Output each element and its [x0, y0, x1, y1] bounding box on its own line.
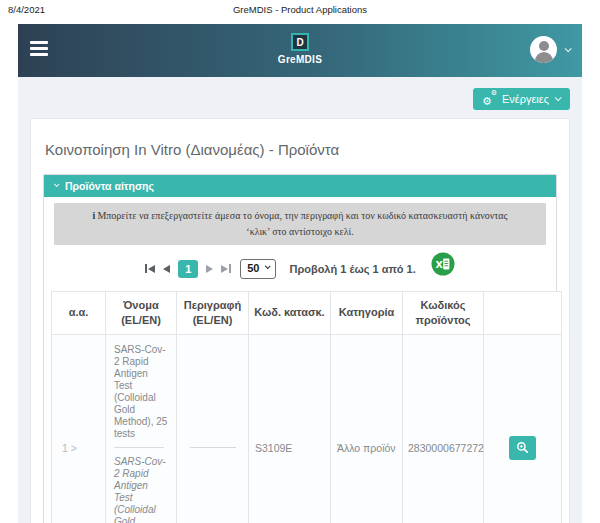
- header-product-code: Κωδικός προϊόντος: [403, 292, 484, 335]
- app-window: D GreMDIS ⚙⚙ Ενέργειες Κοινοποίηση In Vi…: [18, 24, 582, 523]
- table-row: 1 > SARS-Cov-2 Rapid Antigen Test (Collo…: [52, 334, 562, 523]
- table-header-row: α.α. Όνομα (EL/EN) Περιγραφή (EL/EN) Κωδ…: [52, 292, 562, 335]
- main-content: ⚙⚙ Ενέργειες Κοινοποίηση In Vitro (Διανο…: [18, 77, 582, 523]
- products-table: α.α. Όνομα (EL/EN) Περιγραφή (EL/EN) Κωδ…: [51, 291, 562, 523]
- actions-button-label: Ενέργειες: [502, 93, 549, 105]
- row-category-cell: Άλλο προϊόν: [331, 334, 403, 523]
- header-actions: [484, 292, 562, 335]
- row-manufacturer-code-cell[interactable]: S3109E: [249, 334, 331, 523]
- next-page-button[interactable]: [206, 265, 213, 273]
- panel-title: Προϊόντα αίτησης: [65, 180, 154, 192]
- previous-page-button[interactable]: [163, 265, 170, 273]
- svg-text:X: X: [435, 259, 443, 270]
- chevron-down-icon: [265, 263, 271, 269]
- actions-dropdown-button[interactable]: ⚙⚙ Ενέργειες: [473, 88, 570, 110]
- info-text: Μπορείτε να επεξεργαστείτε άμεσα το όνομ…: [97, 210, 507, 237]
- panel-header-collapse[interactable]: Προϊόντα αίτησης: [44, 175, 556, 197]
- pagination-summary: Προβολή 1 έως 1 από 1.: [289, 263, 415, 275]
- chevron-down-icon: [54, 181, 60, 187]
- next-page-icon: [206, 265, 213, 273]
- print-page-title: GreMDIS - Product Applications: [8, 4, 592, 15]
- row-product-code-cell: 2830000677272: [403, 334, 484, 523]
- row-name-cell[interactable]: SARS-Cov-2 Rapid Antigen Test (Colloidal…: [106, 334, 177, 523]
- last-page-icon: [221, 265, 228, 273]
- gears-icon: ⚙⚙: [482, 92, 496, 105]
- logo-d-icon: D: [291, 33, 309, 51]
- row-actions-cell: [484, 334, 562, 523]
- page-size-value: 50: [247, 262, 259, 274]
- header-description: Περιγραφή (EL/EN): [177, 292, 249, 335]
- first-page-button[interactable]: [145, 264, 155, 273]
- view-details-button[interactable]: [509, 436, 536, 460]
- browser-print-header: 8/4/2021 GreMDIS - Product Applications: [8, 4, 592, 18]
- first-page-icon: [148, 265, 155, 273]
- row-index-cell[interactable]: 1 >: [52, 334, 106, 523]
- info-icon: i: [93, 210, 96, 221]
- top-navigation-bar: D GreMDIS: [18, 24, 582, 77]
- current-page-button[interactable]: 1: [178, 260, 198, 278]
- last-page-button[interactable]: [221, 264, 231, 273]
- header-manufacturer-code: Κωδ. κατασκ.: [249, 292, 331, 335]
- user-avatar: [530, 36, 557, 63]
- products-panel: Προϊόντα αίτησης iΜπορείτε να επεξεργαστ…: [43, 174, 557, 523]
- pagination-bar: 1 50 Προβολή 1 έως 1 από 1: [51, 245, 549, 289]
- previous-page-icon: [163, 265, 170, 273]
- chevron-down-icon: [555, 94, 562, 101]
- product-name-el[interactable]: SARS-Cov-2 Rapid Antigen Test (Colloidal…: [114, 344, 168, 440]
- user-menu[interactable]: [530, 36, 570, 63]
- content-card: Κοινοποίηση In Vitro (Διανομέας) - Προϊό…: [30, 118, 570, 523]
- actions-row: ⚙⚙ Ενέργειες: [30, 88, 570, 110]
- page-title: Κοινοποίηση In Vitro (Διανομέας) - Προϊό…: [43, 133, 557, 174]
- pager-controls: 1: [145, 260, 231, 278]
- description-divider: [190, 447, 236, 448]
- panel-body: iΜπορείτε να επεξεργαστείτε άμεσα το όνο…: [44, 197, 556, 523]
- product-name-en[interactable]: SARS-Cov-2 Rapid Antigen Test (Colloidal…: [114, 456, 168, 523]
- header-index: α.α.: [52, 292, 106, 335]
- page-size-select[interactable]: 50: [240, 259, 276, 279]
- header-name: Όνομα (EL/EN): [106, 292, 177, 335]
- export-excel-button[interactable]: X: [431, 252, 455, 279]
- brand-name: GreMDIS: [278, 54, 322, 65]
- brand-logo[interactable]: D GreMDIS: [18, 33, 582, 65]
- zoom-magnifier-icon: [516, 441, 529, 454]
- header-category: Κατηγορία: [331, 292, 403, 335]
- excel-icon: X: [431, 252, 455, 276]
- name-divider: [114, 447, 164, 448]
- row-description-cell[interactable]: [177, 334, 249, 523]
- info-message: iΜπορείτε να επεξεργαστείτε άμεσα το όνο…: [54, 203, 546, 245]
